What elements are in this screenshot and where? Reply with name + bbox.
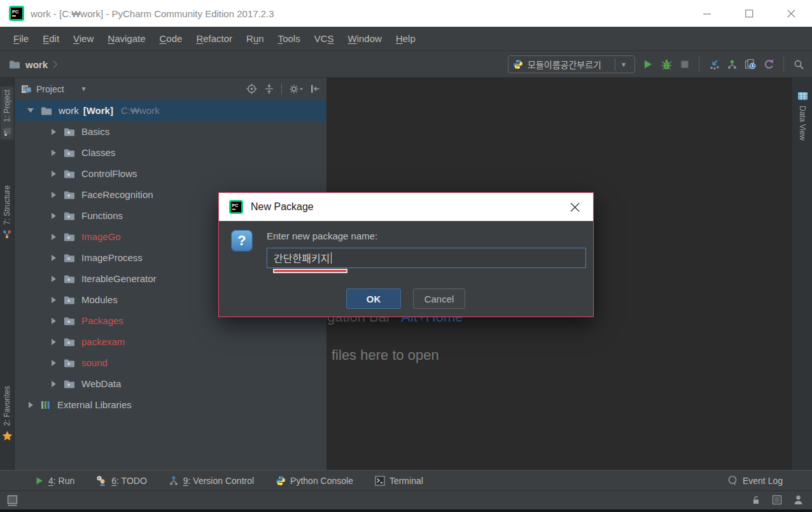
tree-row-label: sound: [81, 357, 108, 368]
menu-tools[interactable]: Tools: [271, 33, 307, 44]
tree-row-work[interactable]: work[Work]C:₩work: [15, 100, 326, 121]
toolwindow-button-label: 2: Favorites: [3, 386, 11, 426]
chevron-right-icon[interactable]: [48, 213, 59, 219]
locate-file-button[interactable]: [246, 83, 257, 94]
tree-row-webdata[interactable]: WebData: [15, 373, 326, 394]
menu-run[interactable]: Run: [239, 33, 271, 44]
chevron-down-icon[interactable]: ▼: [81, 85, 87, 92]
chevron-right-icon[interactable]: [48, 255, 59, 261]
menu-vcs[interactable]: VCS: [307, 33, 341, 44]
run-button[interactable]: [642, 59, 654, 70]
search-everywhere-button[interactable]: [794, 59, 804, 70]
project-panel-header: Project ▼: [15, 78, 326, 100]
toolwindow-quick-access-button[interactable]: [6, 494, 19, 507]
toolwindow-button-data-view[interactable]: Data View: [792, 87, 812, 144]
rollback-button[interactable]: [763, 59, 774, 70]
toolwindow-button-favorites[interactable]: 2: Favorites: [0, 382, 14, 444]
toolwindow-button-structure[interactable]: 7: Structure: [0, 181, 14, 243]
unlock-icon[interactable]: [751, 495, 760, 505]
cancel-button[interactable]: Cancel: [413, 288, 465, 309]
tree-row-suffix: [Work]: [83, 105, 113, 116]
pycharm-logo-icon: PC: [9, 6, 24, 21]
menu-navigate[interactable]: Navigate: [101, 33, 152, 44]
chevron-right-icon[interactable]: [48, 381, 59, 387]
dialog-prompt-label: Enter new package name:: [267, 231, 377, 241]
toolwindow-button-terminal[interactable]: Terminal: [375, 476, 423, 486]
gear-settings-button[interactable]: [289, 84, 303, 94]
tree-row-label: External Libraries: [57, 399, 132, 410]
chevron-right-icon[interactable]: [48, 297, 59, 303]
dialog-close-button[interactable]: [566, 199, 583, 215]
toolwindow-button-python-console[interactable]: Python Console: [276, 476, 353, 486]
tree-row-label: Basics: [81, 126, 109, 137]
menu-window[interactable]: Window: [341, 33, 389, 44]
chevron-right-icon[interactable]: [48, 129, 59, 135]
chevron-right-icon[interactable]: [48, 234, 59, 240]
tree-row-label: packexam: [81, 336, 125, 347]
folder-icon: [9, 60, 20, 69]
vcs-update-button[interactable]: [709, 59, 720, 70]
hector-inspections-icon[interactable]: [794, 495, 803, 505]
hide-panel-button[interactable]: [310, 84, 320, 94]
chevron-right-icon[interactable]: [48, 171, 59, 177]
run-configuration-select[interactable]: 모듈이름공간부르기 ▼: [508, 55, 635, 73]
recent-changes-button[interactable]: [745, 59, 756, 70]
chevron-right-icon[interactable]: [48, 192, 59, 198]
libraries-icon: [41, 400, 51, 409]
terminal-icon: [375, 476, 385, 486]
todo-icon: [96, 476, 107, 486]
chevron-right-icon[interactable]: [25, 402, 36, 408]
toolwindow-button-project[interactable]: 1: Project: [0, 86, 14, 140]
menu-refactor[interactable]: Refactor: [189, 33, 239, 44]
editor-hint-text: files here to open: [332, 347, 439, 363]
run-icon: [35, 476, 44, 485]
toolwindow-button-label: 9: Version Control: [183, 476, 254, 486]
chevron-down-icon[interactable]: [25, 108, 36, 113]
vcs-commit-button[interactable]: [727, 59, 738, 70]
main-toolbar: work 모듈이름공간부르기 ▼: [0, 51, 812, 78]
menu-view[interactable]: View: [66, 33, 101, 44]
tree-row-label: Functions: [81, 210, 123, 221]
right-tool-stripe: Data View: [792, 78, 812, 470]
project-panel-title[interactable]: Project: [36, 84, 64, 94]
editor-hint-line2: files here to open: [332, 347, 439, 364]
maximize-button[interactable]: [728, 0, 770, 27]
scroll-log-icon[interactable]: [772, 495, 782, 505]
tree-row-classes[interactable]: Classes: [15, 142, 326, 163]
package-name-value: 간단한패키지: [274, 250, 330, 266]
window-controls: [686, 0, 812, 27]
tree-row-controlflows[interactable]: ControlFlows: [15, 163, 326, 184]
tree-row-sound[interactable]: sound: [15, 352, 326, 373]
toolwindow-button-todo[interactable]: 6: TODO: [96, 476, 147, 486]
ok-button[interactable]: OK: [346, 288, 401, 309]
eventlog-icon: [727, 475, 738, 486]
chevron-right-icon[interactable]: [48, 150, 59, 156]
tree-row-basics[interactable]: Basics: [15, 121, 326, 142]
collapse-all-button[interactable]: [264, 83, 274, 94]
structure-icon: [2, 229, 12, 239]
menu-edit[interactable]: Edit: [36, 33, 66, 44]
tree-row-packexam[interactable]: packexam: [15, 331, 326, 352]
tree-row-path: C:₩work: [121, 105, 160, 116]
chevron-right-icon[interactable]: [48, 276, 59, 282]
toolwindow-bar: 4: Run6: TODO9: Version ControlPython Co…: [0, 470, 812, 490]
tree-row-label: FaceRecognition: [81, 189, 153, 200]
menu-help[interactable]: Help: [389, 33, 423, 44]
svg-text:PC: PC: [232, 203, 239, 208]
debug-button[interactable]: [661, 59, 673, 71]
toolwindow-button-version-control[interactable]: 9: Version Control: [169, 476, 254, 486]
chevron-right-icon[interactable]: [48, 318, 59, 324]
tree-row-label: ImageGo: [81, 231, 121, 242]
menu-file[interactable]: File: [6, 33, 36, 44]
tree-row-external-libraries[interactable]: External Libraries: [15, 394, 326, 415]
minimize-button[interactable]: [686, 0, 728, 27]
chevron-right-icon[interactable]: [48, 339, 59, 345]
chevron-right-icon[interactable]: [48, 360, 59, 366]
stop-button[interactable]: [680, 59, 690, 69]
toolwindow-button-event-log[interactable]: Event Log: [727, 475, 783, 486]
menu-code[interactable]: Code: [153, 33, 190, 44]
package-name-input[interactable]: 간단한패키지: [267, 248, 586, 268]
toolwindow-button-run[interactable]: 4: Run: [35, 476, 74, 486]
breadcrumb[interactable]: work: [9, 51, 58, 78]
close-button[interactable]: [770, 0, 812, 27]
